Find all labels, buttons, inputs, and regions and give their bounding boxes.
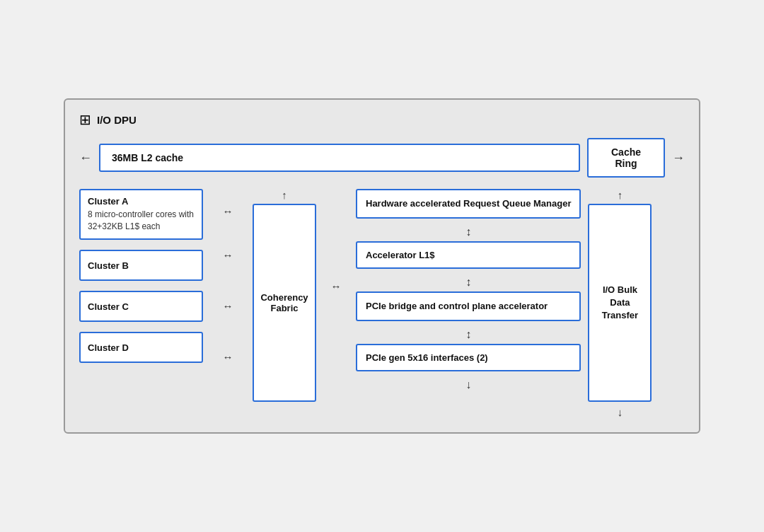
cluster-d-box: Cluster D [79,332,203,363]
dpu-icon: ⊞ [79,111,91,128]
cluster-b-arrow: ↔ [223,250,233,260]
v-arrow-4: ↓ [356,378,581,391]
io-up-arrow: ↑ [618,189,623,201]
right-blocks-column: Hardware accelerated Request Queue Manag… [356,189,581,394]
diagram-container: ⊞ I/O DPU ← 36MB L2 cache Cache Ring → C… [64,98,700,434]
cluster-c-name: Cluster C [88,301,129,312]
io-down-arrow: ↓ [618,406,623,418]
coherency-column: ↑ Coherency Fabric [253,189,316,402]
cluster-c-box: Cluster C [79,291,203,322]
coherency-right-arrow: ↔ [331,281,342,291]
cluster-b-box: Cluster B [79,250,203,281]
cluster-a-box: Cluster A 8 micro-controller cores with … [79,189,203,240]
cluster-a-name: Cluster A [88,196,195,207]
accel-l1-box: Accelerator L1$ [356,241,581,269]
cluster-d-name: Cluster D [88,342,129,353]
v-arrow-2: ↕ [356,276,581,289]
io-bulk-box: I/O Bulk Data Transfer [588,204,652,402]
cluster-a-desc: 8 micro-controller cores with 32+32KB L1… [88,209,195,233]
io-column: ↑ I/O Bulk Data Transfer ↓ [588,189,652,418]
cluster-arrows-column: ↔ ↔ ↔ ↔ [210,189,245,377]
cache-ring-box: Cache Ring [587,138,665,178]
pcie-bridge-box: PCIe bridge and control plane accelerato… [356,291,581,321]
cluster-c-arrow: ↔ [223,301,233,311]
left-arrow-icon: ← [79,151,92,166]
top-row: ← 36MB L2 cache Cache Ring → [79,138,685,178]
coherency-fabric-box: Coherency Fabric [253,204,316,402]
cluster-b-name: Cluster B [88,260,129,271]
v-arrow-1: ↕ [356,226,581,238]
center-arrow-column: ↔ [323,189,349,291]
right-arrow-icon: → [672,151,685,166]
right-and-io: Hardware accelerated Request Queue Manag… [356,189,652,418]
clusters-column: Cluster A 8 micro-controller cores with … [79,189,203,363]
cluster-d-arrow: ↔ [223,352,233,362]
cluster-a-arrow: ↔ [223,206,233,216]
header: ⊞ I/O DPU [79,111,685,128]
hw-accel-box: Hardware accelerated Request Queue Manag… [356,189,581,219]
page-title: I/O DPU [97,114,137,126]
coherency-up-arrow: ↑ [282,189,287,201]
l2-cache-box: 36MB L2 cache [99,144,580,172]
v-arrow-3: ↕ [356,328,581,341]
pcie-gen-box: PCIe gen 5x16 interfaces (2) [356,344,581,371]
main-content: Cluster A 8 micro-controller cores with … [79,189,685,418]
